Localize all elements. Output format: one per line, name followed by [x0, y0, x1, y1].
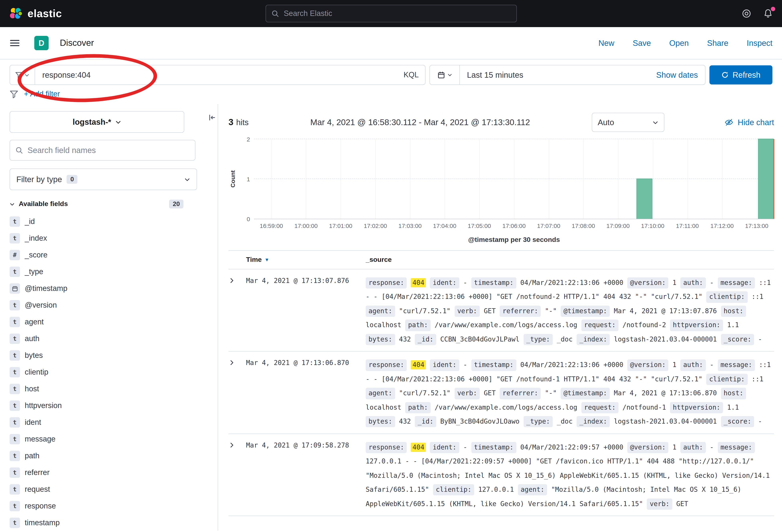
date-picker[interactable]: Last 15 minutes Show dates — [429, 65, 705, 85]
collapse-sidebar-icon[interactable] — [208, 114, 216, 121]
field-item-_index[interactable]: t_index — [9, 230, 208, 247]
kql-query-input[interactable] — [35, 70, 397, 80]
field-item-bytes[interactable]: tbytes — [9, 347, 208, 364]
text-field-icon: t — [9, 233, 20, 243]
notifications-bell-icon[interactable] — [763, 8, 773, 19]
hide-chart-button[interactable]: Hide chart — [724, 118, 774, 127]
available-fields-count: 20 — [169, 200, 183, 208]
field-item-auth[interactable]: tauth — [9, 330, 208, 347]
field-item-request[interactable]: trequest — [9, 481, 208, 498]
field-item-_score[interactable]: #_score — [9, 247, 208, 263]
field-key-badge: message: — [718, 277, 755, 289]
field-key-badge: verb: — [647, 498, 672, 510]
index-pattern-select[interactable]: logstash-* — [9, 111, 184, 133]
field-key-badge: request: — [581, 402, 618, 413]
expand-row-button[interactable] — [228, 276, 246, 284]
hide-chart-label: Hide chart — [738, 118, 774, 127]
nav-action-new[interactable]: New — [598, 38, 614, 48]
field-search-input[interactable] — [27, 145, 189, 155]
search-icon — [15, 147, 23, 154]
chart-v-gridline — [757, 139, 757, 219]
menu-hamburger-icon[interactable] — [9, 38, 20, 48]
chart-v-gridline — [514, 139, 514, 219]
field-item-_type[interactable]: t_type — [9, 263, 208, 280]
time-range-value[interactable]: Last 15 minutes — [460, 70, 656, 79]
saved-query-menu-button[interactable] — [10, 65, 35, 84]
expand-row-button[interactable] — [228, 358, 246, 366]
filter-by-type-select[interactable]: Filter by type 0 — [9, 168, 197, 190]
interval-select[interactable]: Auto — [592, 113, 664, 132]
field-name: @version — [25, 301, 57, 310]
highlighted-value: 404 — [411, 278, 426, 287]
text-field-icon: t — [9, 484, 20, 495]
discover-app-badge[interactable]: D — [34, 36, 49, 50]
chart-v-gridline — [687, 139, 688, 219]
field-key-badge: response: — [366, 277, 407, 289]
refresh-button[interactable]: Refresh — [709, 65, 773, 84]
field-item-clientip[interactable]: tclientip — [9, 364, 208, 381]
chart-time-range: Mar 4, 2021 @ 16:58:30.112 - Mar 4, 2021… — [249, 118, 592, 127]
documents-table: Time ▼ _source Mar 4, 2021 @ 17:13:07.87… — [228, 250, 774, 516]
field-item-_id[interactable]: t_id — [9, 213, 208, 230]
field-key-badge: auth: — [680, 277, 706, 289]
text-field-icon: t — [9, 401, 20, 411]
field-item-@version[interactable]: t@version — [9, 297, 208, 314]
chevron-down-icon — [184, 176, 190, 182]
field-item-timestamp[interactable]: ttimestamp — [9, 515, 208, 531]
text-field-icon: t — [9, 501, 20, 511]
field-item-path[interactable]: tpath — [9, 448, 208, 464]
field-key-badge: referrer: — [500, 306, 541, 317]
cloud-deployment-icon[interactable] — [741, 8, 752, 19]
sort-desc-icon: ▼ — [264, 257, 270, 263]
highlighted-value: 404 — [411, 443, 426, 452]
field-item-host[interactable]: thost — [9, 381, 208, 397]
query-input-box[interactable]: KQL — [9, 65, 426, 85]
nav-action-open[interactable]: Open — [669, 38, 689, 48]
x-axis-tick: 17:09:00 — [606, 222, 630, 229]
field-item-agent[interactable]: tagent — [9, 314, 208, 330]
field-name: timestamp — [25, 519, 60, 527]
field-item-httpversion[interactable]: thttpversion — [9, 397, 208, 414]
expand-row-button[interactable] — [228, 440, 246, 448]
filter-funnel-icon[interactable] — [9, 90, 19, 99]
document-row: Mar 4, 2021 @ 17:13:07.876response: 404 … — [228, 269, 774, 352]
nav-action-inspect[interactable]: Inspect — [747, 38, 773, 48]
nav-action-save[interactable]: Save — [633, 38, 651, 48]
field-key-badge: @version: — [627, 277, 669, 289]
field-item-referrer[interactable]: treferrer — [9, 464, 208, 481]
eye-slash-icon — [724, 118, 734, 127]
doc-time: Mar 4, 2021 @ 17:13:06.870 — [246, 358, 366, 367]
time-column-header[interactable]: Time ▼ — [246, 256, 366, 264]
highlighted-value: 404 — [411, 360, 426, 370]
text-field-icon: t — [9, 434, 20, 444]
field-key-badge: ident: — [430, 442, 459, 453]
page-title: Discover — [60, 38, 94, 48]
refresh-icon — [721, 71, 728, 78]
text-field-icon: t — [9, 367, 20, 377]
field-key-badge: _score: — [721, 416, 754, 427]
field-key-badge: message: — [718, 442, 755, 453]
available-fields-header[interactable]: Available fields 20 — [9, 200, 183, 208]
number-field-icon: # — [9, 250, 20, 260]
nav-action-share[interactable]: Share — [707, 38, 728, 48]
global-search[interactable] — [265, 5, 517, 22]
global-search-input[interactable] — [283, 9, 511, 18]
field-item-@timestamp[interactable]: @timestamp — [9, 280, 208, 297]
chart-v-gridline — [271, 139, 272, 219]
field-name: auth — [25, 334, 39, 343]
kql-toggle[interactable]: KQL — [397, 71, 425, 79]
quick-select-button[interactable] — [430, 65, 460, 84]
field-item-message[interactable]: tmessage — [9, 431, 208, 448]
elastic-brand[interactable]: elastic — [9, 7, 62, 20]
histogram-bar[interactable] — [758, 139, 774, 219]
field-item-response[interactable]: tresponse — [9, 498, 208, 515]
field-item-ident[interactable]: tident — [9, 414, 208, 431]
filter-by-type-count: 0 — [67, 175, 78, 184]
field-search-box[interactable] — [9, 140, 196, 161]
histogram-bar[interactable] — [637, 179, 652, 219]
add-filter-button[interactable]: + Add filter — [24, 90, 60, 99]
show-dates-button[interactable]: Show dates — [656, 70, 705, 79]
field-name: clientip — [25, 368, 48, 377]
search-icon — [271, 10, 279, 17]
available-fields-label: Available fields — [19, 200, 68, 208]
